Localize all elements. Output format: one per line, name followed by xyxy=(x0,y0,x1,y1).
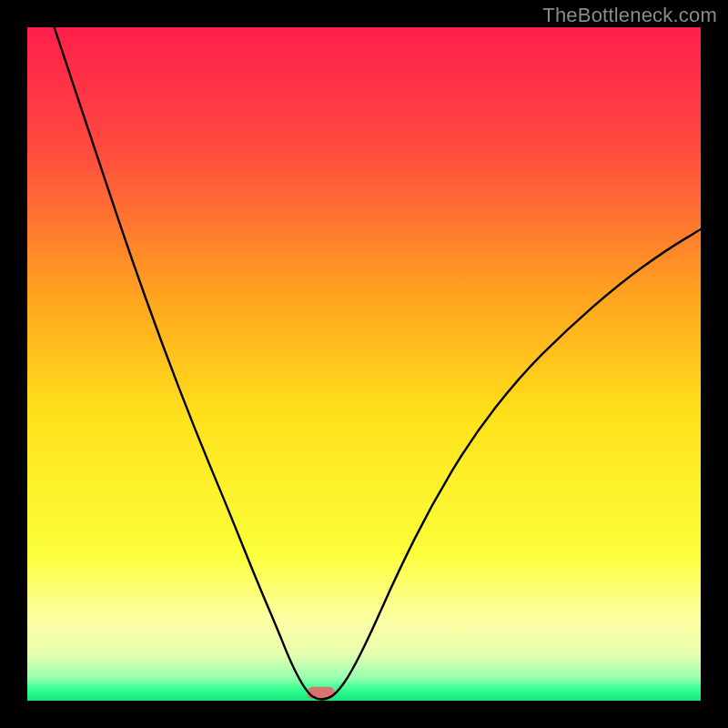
chart-frame: TheBottleneck.com xyxy=(0,0,728,728)
gradient-background xyxy=(27,27,701,701)
plot-area xyxy=(27,27,701,701)
watermark-text: TheBottleneck.com xyxy=(542,4,717,27)
chart-svg xyxy=(27,27,701,701)
